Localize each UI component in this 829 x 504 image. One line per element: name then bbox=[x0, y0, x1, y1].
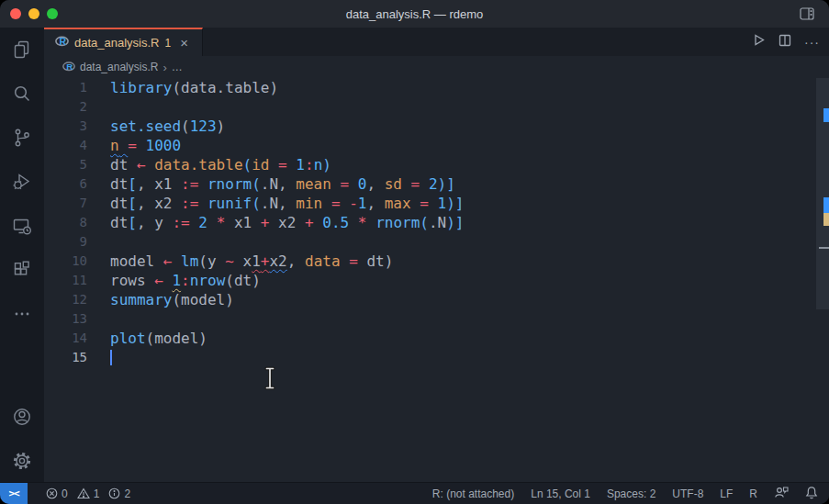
feedback-icon[interactable] bbox=[774, 486, 789, 501]
code-line[interactable]: 10model ← lm(y ~ x1+x2, data = dt) bbox=[44, 252, 829, 271]
code-text: n = 1000 bbox=[110, 136, 181, 155]
customize-layout-icon[interactable] bbox=[800, 7, 814, 24]
run-file-icon[interactable] bbox=[752, 33, 766, 50]
minimize-window-button[interactable] bbox=[28, 8, 39, 19]
error-icon bbox=[46, 487, 58, 499]
code-area[interactable]: 1library(data.table)23set.seed(123)4n = … bbox=[44, 78, 829, 367]
code-line[interactable]: 15 bbox=[44, 348, 829, 367]
account-icon[interactable] bbox=[0, 395, 44, 439]
overview-ruler-mark bbox=[823, 197, 829, 213]
code-line[interactable]: 7dt[, x2 := runif(.N, min = -1, max = 1)… bbox=[44, 194, 829, 213]
code-text: dt ← data.table(id = 1:n) bbox=[110, 155, 331, 174]
tab-label: data_analysis.R bbox=[74, 36, 160, 50]
activity-bar bbox=[0, 28, 44, 483]
line-number[interactable]: 9 bbox=[44, 232, 110, 252]
code-line[interactable]: 6dt[, x1 := rnorm(.N, mean = 0, sd = 2)] bbox=[44, 174, 829, 194]
status-item[interactable]: Ln 15, Col 1 bbox=[531, 487, 590, 500]
code-text: plot(model) bbox=[110, 329, 207, 348]
notifications-bell-icon[interactable] bbox=[805, 486, 818, 502]
line-number[interactable]: 4 bbox=[44, 136, 110, 155]
chevron-right-icon: › bbox=[162, 61, 166, 74]
code-text: rows ← 1:nrow(dt) bbox=[110, 271, 261, 290]
status-item[interactable]: LF bbox=[720, 487, 733, 500]
source-control-icon[interactable] bbox=[0, 116, 44, 160]
run-debug-icon[interactable] bbox=[0, 160, 44, 204]
line-number[interactable]: 14 bbox=[44, 329, 110, 348]
tab-close-icon[interactable]: × bbox=[180, 36, 188, 50]
error-count: 0 bbox=[62, 487, 68, 500]
svg-text:R: R bbox=[66, 62, 73, 72]
code-text: library(data.table) bbox=[110, 78, 278, 97]
editor-more-actions-icon[interactable]: ··· bbox=[804, 35, 820, 50]
code-text: dt[, y := 2 * x1 + x2 + 0.5 * rnorm(.N)] bbox=[110, 213, 464, 232]
line-number[interactable]: 5 bbox=[44, 155, 110, 174]
code-line[interactable]: 1library(data.table) bbox=[44, 78, 829, 97]
breadcrumb-file[interactable]: data_analysis.R bbox=[80, 61, 158, 73]
text-cursor bbox=[110, 350, 112, 365]
breadcrumb: R data_analysis.R › … bbox=[44, 56, 829, 78]
status-item[interactable]: Spaces: 2 bbox=[607, 487, 655, 500]
info-count: 2 bbox=[124, 487, 130, 500]
remote-indicator[interactable]: >< bbox=[0, 483, 28, 504]
line-number[interactable]: 3 bbox=[44, 117, 110, 136]
close-window-button[interactable] bbox=[10, 8, 21, 19]
traffic-lights bbox=[10, 8, 58, 19]
code-line[interactable]: 5dt ← data.table(id = 1:n) bbox=[44, 155, 829, 174]
overview-ruler-mark bbox=[823, 108, 829, 122]
info-icon bbox=[108, 487, 120, 499]
line-number[interactable]: 15 bbox=[44, 348, 110, 367]
status-item[interactable]: R bbox=[749, 487, 757, 500]
code-text: dt[, x2 := runif(.N, min = -1, max = 1)] bbox=[110, 194, 464, 213]
code-text bbox=[110, 348, 112, 367]
window-title: data_analysis.R — rdemo bbox=[0, 7, 829, 21]
svg-text:R: R bbox=[60, 36, 67, 47]
titlebar: data_analysis.R — rdemo bbox=[0, 0, 829, 28]
search-icon[interactable] bbox=[0, 72, 44, 116]
code-text: set.seed(123) bbox=[110, 117, 225, 136]
code-text: dt[, x1 := rnorm(.N, mean = 0, sd = 2)] bbox=[110, 174, 455, 194]
breadcrumb-symbol[interactable]: … bbox=[172, 61, 183, 73]
settings-gear-icon[interactable] bbox=[0, 439, 44, 483]
code-line[interactable]: 4n = 1000 bbox=[44, 136, 829, 155]
line-number[interactable]: 13 bbox=[44, 309, 110, 329]
line-number[interactable]: 11 bbox=[44, 271, 110, 290]
remote-explorer-icon[interactable] bbox=[0, 204, 44, 248]
code-line[interactable]: 13 bbox=[44, 309, 829, 329]
tab-data-analysis[interactable]: R data_analysis.R 1 × bbox=[44, 28, 203, 56]
more-views-icon[interactable] bbox=[0, 292, 44, 336]
status-bar: >< 0 1 2 R: (not attached)Ln 15, Col 1Sp… bbox=[0, 482, 829, 504]
editor[interactable]: R data_analysis.R › … 1library(data.tabl… bbox=[44, 56, 829, 483]
line-number[interactable]: 2 bbox=[44, 97, 110, 117]
extensions-icon[interactable] bbox=[0, 248, 44, 292]
tab-bar: R data_analysis.R 1 × ··· bbox=[44, 28, 829, 56]
explorer-icon[interactable] bbox=[0, 28, 44, 72]
line-number[interactable]: 8 bbox=[44, 213, 110, 232]
code-line[interactable]: 8dt[, y := 2 * x1 + x2 + 0.5 * rnorm(.N)… bbox=[44, 213, 829, 232]
r-lang-icon: R bbox=[62, 60, 75, 75]
code-line[interactable]: 14plot(model) bbox=[44, 329, 829, 348]
code-line[interactable]: 9 bbox=[44, 232, 829, 252]
code-line[interactable]: 3set.seed(123) bbox=[44, 117, 829, 136]
code-text: model ← lm(y ~ x1+x2, data = dt) bbox=[110, 252, 393, 271]
r-lang-icon: R bbox=[55, 34, 69, 51]
line-number[interactable]: 1 bbox=[44, 78, 110, 97]
warning-count: 1 bbox=[94, 487, 100, 500]
problems-status[interactable]: 0 1 2 bbox=[40, 487, 130, 500]
code-line[interactable]: 12summary(model) bbox=[44, 290, 829, 309]
line-number[interactable]: 7 bbox=[44, 194, 110, 213]
status-item[interactable]: UTF-8 bbox=[672, 487, 703, 500]
line-number[interactable]: 12 bbox=[44, 290, 110, 309]
split-editor-icon[interactable] bbox=[779, 34, 791, 50]
overview-ruler-mark bbox=[819, 247, 829, 249]
vscode-window: data_analysis.R — rdemo bbox=[0, 0, 829, 504]
status-item[interactable]: R: (not attached) bbox=[432, 487, 514, 500]
line-number[interactable]: 6 bbox=[44, 174, 110, 194]
code-line[interactable]: 2 bbox=[44, 97, 829, 117]
line-number[interactable]: 10 bbox=[44, 252, 110, 271]
code-text: summary(model) bbox=[110, 290, 234, 309]
code-line[interactable]: 11rows ← 1:nrow(dt) bbox=[44, 271, 829, 290]
mouse-cursor-ibeam bbox=[263, 365, 277, 395]
tab-problems-badge: 1 bbox=[165, 37, 172, 50]
warning-icon bbox=[77, 487, 90, 499]
zoom-window-button[interactable] bbox=[47, 8, 58, 19]
